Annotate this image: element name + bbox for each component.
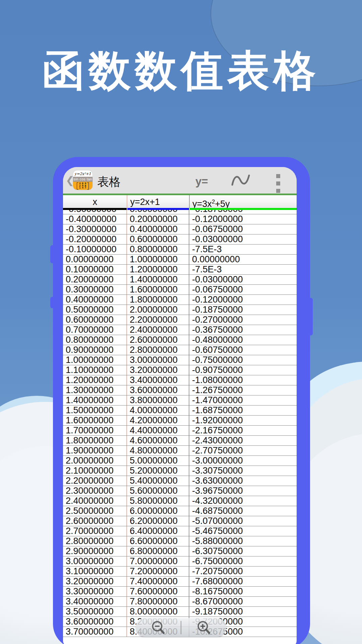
table-row: 1.700000004.40000000-2.16750000 bbox=[63, 426, 297, 436]
table-cell: 3.70000000 bbox=[63, 627, 127, 637]
table-cell: 2.90000000 bbox=[63, 546, 127, 556]
table-cell: 4.60000000 bbox=[127, 436, 189, 445]
table-cell: -0.12000000 bbox=[189, 214, 297, 224]
zoom-out-button[interactable] bbox=[136, 618, 181, 637]
table-cell: -8.67000000 bbox=[189, 597, 297, 606]
table-cell: 1.80000000 bbox=[63, 436, 127, 445]
table-cell: 5.60000000 bbox=[127, 486, 189, 496]
screen-title: 表格 bbox=[97, 174, 121, 190]
table-row: 1.000000003.00000000-0.75000000 bbox=[63, 355, 297, 365]
table-body[interactable]: -0.500000000.00000000-0.18750000-0.40000… bbox=[63, 204, 297, 637]
table-cell: 1.60000000 bbox=[63, 416, 127, 425]
table-cell: 1.40000000 bbox=[127, 275, 189, 284]
table-cell: 6.00000000 bbox=[127, 506, 189, 516]
zoom-in-button[interactable] bbox=[181, 618, 226, 637]
table-cell: 0.50000000 bbox=[63, 305, 127, 315]
table-cell: -0.06750000 bbox=[189, 285, 297, 294]
app-toolbar: ❮ y=2x²+1 sin cos tan 3 6 9 2 5 8 1 4 7 bbox=[63, 167, 297, 194]
table-cell: -9.18750000 bbox=[189, 607, 297, 616]
table-cell: 1.80000000 bbox=[127, 295, 189, 305]
table-cell: 2.80000000 bbox=[63, 536, 127, 546]
sine-wave-icon[interactable] bbox=[231, 173, 251, 189]
table-cell: -0.48000000 bbox=[189, 335, 297, 345]
table-cell: 1.70000000 bbox=[63, 426, 127, 435]
table-cell: 0.10000000 bbox=[63, 265, 127, 274]
table-cell: 1.90000000 bbox=[63, 446, 127, 455]
table-row: 0.200000001.40000000-0.03000000 bbox=[63, 275, 297, 285]
table-cell: 3.50000000 bbox=[63, 607, 127, 616]
table-cell: 1.20000000 bbox=[63, 375, 127, 385]
table-row: 3.400000007.80000000-8.67000000 bbox=[63, 597, 297, 607]
table-cell: 2.70000000 bbox=[63, 526, 127, 536]
table-row: 1.600000004.20000000-1.92000000 bbox=[63, 416, 297, 426]
function-editor-button[interactable]: y= bbox=[195, 175, 208, 188]
table-cell: 7.40000000 bbox=[127, 577, 189, 586]
table-cell: -7.5E-3 bbox=[189, 245, 297, 254]
table-cell: -1.47000000 bbox=[189, 395, 297, 405]
table-cell: -1.92000000 bbox=[189, 416, 297, 425]
table-cell: 3.60000000 bbox=[63, 617, 127, 627]
table-cell: 0.40000000 bbox=[63, 295, 127, 305]
table-cell: -0.60750000 bbox=[189, 345, 297, 355]
table-row: 2.000000005.00000000-3.00000000 bbox=[63, 456, 297, 466]
table-row: 3.500000008.00000000-9.18750000 bbox=[63, 607, 297, 617]
table-cell: 0.80000000 bbox=[127, 245, 189, 254]
table-cell: 2.40000000 bbox=[127, 325, 189, 335]
table-cell: 0.20000000 bbox=[127, 214, 189, 224]
app-logo-formula: y=2x²+1 bbox=[73, 170, 93, 177]
column-header-y1[interactable]: y=2x+1 bbox=[127, 195, 189, 208]
table-cell: -4.32000000 bbox=[189, 496, 297, 506]
table-row: 2.900000006.80000000-6.30750000 bbox=[63, 546, 297, 556]
table-row: 1.900000004.80000000-2.70750000 bbox=[63, 446, 297, 456]
table-row: 2.500000006.00000000-4.68750000 bbox=[63, 506, 297, 516]
column-header-x[interactable]: x bbox=[63, 195, 127, 208]
table-cell: 6.80000000 bbox=[127, 546, 189, 556]
table-cell: -7.68000000 bbox=[189, 577, 297, 586]
table-row: 2.200000005.40000000-3.63000000 bbox=[63, 476, 297, 486]
table-cell: -0.30000000 bbox=[63, 224, 127, 234]
table-cell: -0.06750000 bbox=[189, 224, 297, 234]
table-row: 0.600000002.20000000-0.27000000 bbox=[63, 315, 297, 325]
table-cell: 3.00000000 bbox=[127, 355, 189, 365]
table-row: 3.000000007.00000000-6.75000000 bbox=[63, 556, 297, 567]
table-row: 1.300000003.60000000-1.26750000 bbox=[63, 385, 297, 395]
table-cell: 0.30000000 bbox=[63, 285, 127, 294]
table-cell: 4.80000000 bbox=[127, 446, 189, 455]
table-row: 2.300000005.60000000-3.96750000 bbox=[63, 486, 297, 496]
app-logo-icon[interactable]: y=2x²+1 sin cos tan 3 6 9 2 5 8 1 4 7 bbox=[73, 170, 93, 190]
table-cell: -0.20000000 bbox=[63, 234, 127, 244]
column-underline-y1 bbox=[127, 208, 189, 210]
table-cell: 4.20000000 bbox=[127, 416, 189, 425]
table-row: 2.800000006.60000000-5.88000000 bbox=[63, 536, 297, 546]
table-row: 2.600000006.20000000-5.07000000 bbox=[63, 516, 297, 526]
table-row: -0.400000000.20000000-0.12000000 bbox=[63, 214, 297, 224]
table-row: 0.100000001.20000000-7.5E-3 bbox=[63, 265, 297, 275]
table-row: -0.300000000.40000000-0.06750000 bbox=[63, 224, 297, 234]
app-logo-trig: sin cos tan bbox=[73, 177, 93, 182]
table-cell: -0.27000000 bbox=[189, 315, 297, 325]
column-header-y2[interactable]: y=3x2+5y bbox=[190, 195, 297, 208]
table-cell: -0.03000000 bbox=[189, 275, 297, 284]
table-cell: 7.20000000 bbox=[127, 567, 189, 576]
table-row: 1.500000004.00000000-1.68750000 bbox=[63, 406, 297, 416]
table-row: 2.400000005.80000000-4.32000000 bbox=[63, 496, 297, 506]
table-cell: 2.00000000 bbox=[127, 305, 189, 315]
table-cell: -0.90750000 bbox=[189, 365, 297, 375]
table-cell: 5.20000000 bbox=[127, 466, 189, 476]
table-cell: 2.50000000 bbox=[63, 506, 127, 516]
table-header: x y=2x+1 y=3x2+5y bbox=[63, 195, 297, 210]
table-cell: -5.07000000 bbox=[189, 516, 297, 526]
table-cell: 5.40000000 bbox=[127, 476, 189, 486]
table-cell: 5.80000000 bbox=[127, 496, 189, 506]
table-cell: 1.10000000 bbox=[63, 365, 127, 375]
table-cell: -2.43000000 bbox=[189, 436, 297, 445]
table-row: 0.500000002.00000000-0.18750000 bbox=[63, 305, 297, 315]
overflow-menu-icon[interactable] bbox=[276, 174, 280, 196]
table-cell: 0.00000000 bbox=[189, 255, 297, 264]
table-cell: -6.30750000 bbox=[189, 546, 297, 556]
table-cell: -3.00000000 bbox=[189, 456, 297, 466]
table-cell: 3.40000000 bbox=[63, 597, 127, 606]
table-cell: 6.40000000 bbox=[127, 526, 189, 536]
table-cell: 1.40000000 bbox=[63, 395, 127, 405]
table-cell: -0.75000000 bbox=[189, 355, 297, 365]
